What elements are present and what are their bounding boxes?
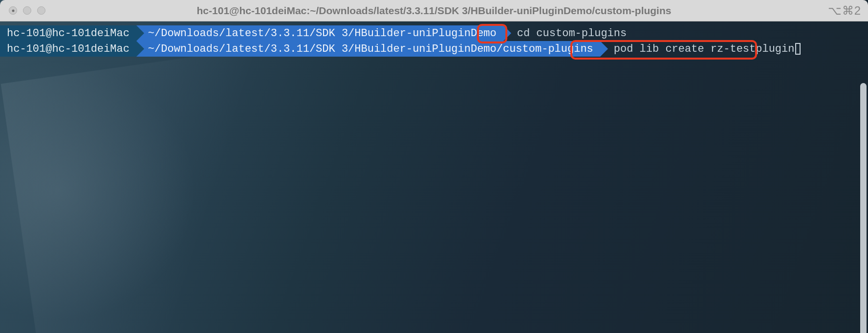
background-art	[1, 36, 381, 333]
prompt-path: ~/Downloads/latest/3.3.11/SDK 3/HBuilder…	[136, 41, 600, 57]
window-title: hc-101@hc-101deiMac:~/Downloads/latest/3…	[0, 5, 868, 17]
terminal-line: hc-101@hc-101deiMac ~/Downloads/latest/3…	[0, 41, 868, 57]
command-text: cd custom-plugins	[503, 25, 627, 41]
minimize-button[interactable]	[23, 6, 31, 15]
terminal-body[interactable]: hc-101@hc-101deiMac ~/Downloads/latest/3…	[0, 21, 868, 57]
background-art	[0, 24, 440, 333]
terminal-window: hc-101@hc-101deiMac:~/Downloads/latest/3…	[0, 0, 868, 333]
cursor	[795, 43, 801, 55]
prompt-host: hc-101@hc-101deiMac	[0, 41, 136, 57]
terminal-line: hc-101@hc-101deiMac ~/Downloads/latest/3…	[0, 25, 868, 41]
window-controls	[0, 6, 45, 15]
scrollbar-thumb[interactable]	[860, 83, 867, 333]
prompt-path: ~/Downloads/latest/3.3.11/SDK 3/HBuilder…	[136, 25, 503, 41]
prompt-host: hc-101@hc-101deiMac	[0, 25, 136, 41]
window-shortcut-indicator: ⌥⌘2	[828, 4, 861, 18]
titlebar[interactable]: hc-101@hc-101deiMac:~/Downloads/latest/3…	[0, 0, 868, 21]
command-input: pod lib create rz-testplugin	[614, 43, 795, 55]
close-button[interactable]	[9, 6, 17, 15]
command-text: pod lib create rz-testplugin	[600, 41, 801, 57]
maximize-button[interactable]	[37, 6, 45, 15]
